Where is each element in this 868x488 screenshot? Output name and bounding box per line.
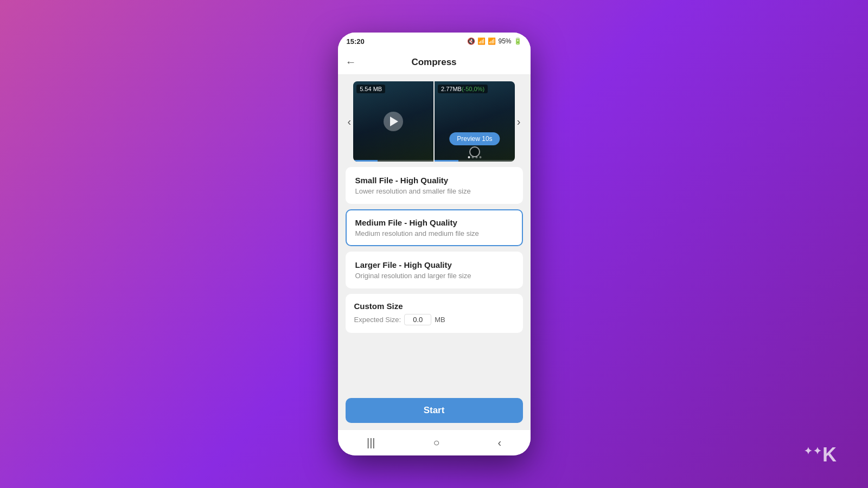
back-button[interactable]: ← [346,56,356,68]
custom-size-title: Custom Size [354,301,514,311]
expected-size-input[interactable] [404,314,431,325]
option-custom-size[interactable]: Custom Size Expected Size: MB [346,294,523,333]
option-medium-title: Medium File - High Quality [355,218,513,227]
original-size-label: 5.54 MB [356,85,385,93]
size-unit: MB [435,316,445,324]
bottom-nav: ||| ○ ‹ [338,429,531,455]
battery-icon: 🔋 [514,37,522,45]
video-container: 5.54 MB 2.77MB(-50,0%) Preview 10s [353,81,515,162]
custom-size-row: Expected Size: MB [354,314,514,325]
watermark: ✦✦K [804,444,835,466]
option-larger-title: Larger File - High Quality [355,260,513,269]
battery-level: 95% [498,37,511,45]
status-bar: 15:20 🔇 📶 📶 95% 🔋 [338,33,531,50]
header: ← Compress [338,50,531,75]
play-button[interactable] [384,112,403,131]
start-button[interactable]: Start [346,398,523,423]
expected-size-label: Expected Size: [354,316,401,324]
option-medium-desc: Medium resolution and medium file size [355,229,513,237]
nav-home-icon[interactable]: ○ [433,436,439,449]
wifi-icon: 📶 [477,37,486,45]
nav-menu-icon[interactable]: ||| [367,436,375,449]
nav-left-arrow[interactable]: ‹ [346,113,354,130]
option-medium-file[interactable]: Medium File - High Quality Medium resolu… [346,209,523,246]
percent-badge: (-50,0%) [462,86,484,92]
nav-back-icon[interactable]: ‹ [497,436,501,449]
content-area: ‹ 5.54 MB 2.77MB(-50,0%) [338,75,531,429]
page-title: Compress [411,57,456,68]
status-time: 15:20 [347,37,365,46]
option-larger-file[interactable]: Larger File - High Quality Original reso… [346,252,523,288]
option-small-title: Small File - High Quality [355,176,513,185]
signal-icon: 📶 [488,37,496,45]
original-video-panel[interactable]: 5.54 MB [353,81,433,162]
mute-icon: 🔇 [467,37,475,45]
option-small-file[interactable]: Small File - High Quality Lower resoluti… [346,167,523,204]
phone-frame: 15:20 🔇 📶 📶 95% 🔋 ← Compress ‹ 5.54 MB [338,33,531,455]
compressed-video-panel[interactable]: 2.77MB(-50,0%) Preview 10s [435,81,515,162]
nav-right-arrow[interactable]: › [515,113,523,130]
compressed-size-label: 2.77MB(-50,0%) [438,85,488,93]
play-icon [390,117,398,126]
video-section: ‹ 5.54 MB 2.77MB(-50,0%) [346,81,523,162]
status-icons: 🔇 📶 📶 95% 🔋 [467,37,521,45]
option-small-desc: Lower resolution and smaller file size [355,187,513,195]
option-larger-desc: Original resolution and larger file size [355,272,513,280]
preview-button[interactable]: Preview 10s [449,132,500,145]
